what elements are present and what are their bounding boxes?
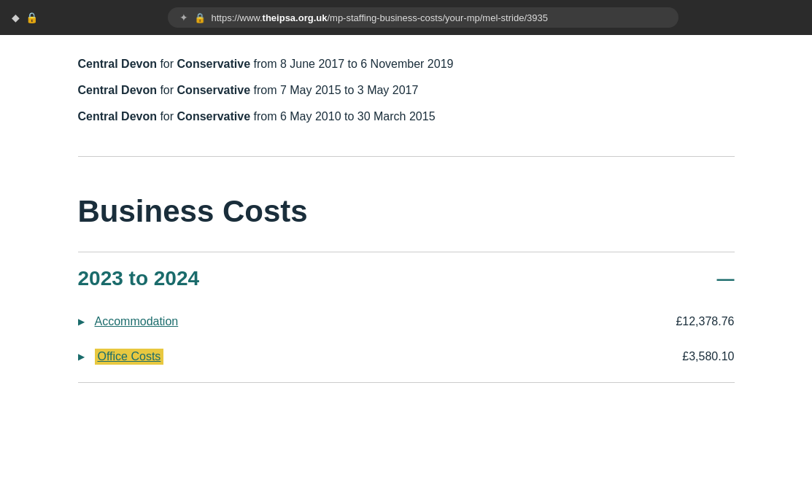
office-costs-row: ▶ Office Costs £3,580.10 [78,338,735,375]
business-costs-section: Business Costs [78,164,735,252]
shield-icon: ◆ [12,12,20,23]
party-name-1: Conservative [177,58,251,70]
top-divider [78,156,735,157]
bottom-divider-section [78,382,735,383]
office-costs-expand-arrow[interactable]: ▶ [78,352,85,362]
page-content: Central Devon for Conservative from 8 Ju… [42,35,771,383]
url-domain: theipsa.org.uk [263,12,328,23]
party-name-3: Conservative [177,110,251,123]
constituency-line-1: Central Devon for Conservative from 8 Ju… [78,55,735,73]
year-label: 2023 to 2024 [78,267,200,290]
year-toggle-icon[interactable]: — [717,270,735,287]
url-display: https://www.theipsa.org.uk/mp-staffing-b… [212,12,548,23]
lock-icon: 🔒 [26,12,38,23]
constituency-name-1: Central Devon [78,58,157,70]
constituency-section: Central Devon for Conservative from 8 Ju… [78,35,735,149]
address-lock-icon: 🔒 [194,12,206,23]
business-costs-title: Business Costs [78,193,735,230]
address-bar[interactable]: ✦ 🔒 https://www.theipsa.org.uk/mp-staffi… [168,7,678,28]
url-path: /mp-staffing-business-costs/your-mp/mel-… [327,12,548,23]
browser-security-icons: ◆ 🔒 [12,12,38,23]
accommodation-amount: £12,378.76 [676,315,734,328]
accommodation-row: ▶ Accommodation £12,378.76 [78,305,735,338]
accommodation-link[interactable]: Accommodation [95,315,179,328]
party-name-2: Conservative [177,84,251,96]
year-header[interactable]: 2023 to 2024 — [78,267,735,305]
accommodation-row-left: ▶ Accommodation [78,315,179,328]
office-costs-link[interactable]: Office Costs [95,349,164,365]
office-costs-row-left: ▶ Office Costs [78,349,164,365]
accommodation-expand-arrow[interactable]: ▶ [78,317,85,327]
constituency-name-3: Central Devon [78,110,157,123]
year-section: 2023 to 2024 — ▶ Accommodation £12,378.7… [78,252,735,375]
office-costs-amount: £3,580.10 [682,350,734,363]
constituency-line-3: Central Devon for Conservative from 6 Ma… [78,108,735,125]
address-shield-icon: ✦ [179,12,188,23]
constituency-name-2: Central Devon [78,84,157,96]
constituency-line-2: Central Devon for Conservative from 7 Ma… [78,82,735,99]
browser-chrome: ◆ 🔒 ✦ 🔒 https://www.theipsa.org.uk/mp-st… [0,0,812,35]
